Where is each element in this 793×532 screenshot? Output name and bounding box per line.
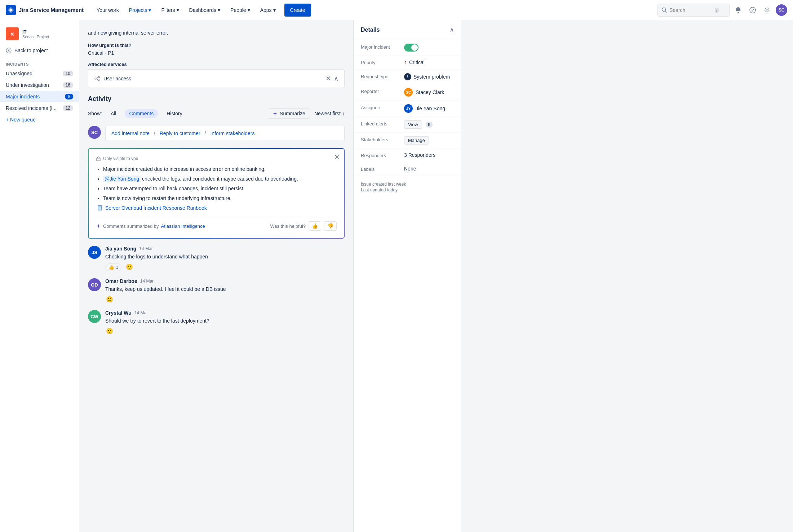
add-reaction-3[interactable]: 🙂 bbox=[106, 328, 113, 334]
incidents-section-title: Incidents bbox=[0, 56, 79, 68]
people-chevron-icon: ▾ bbox=[248, 7, 250, 13]
comment-body-1: Jia yan Song 14 Mar Checking the logs to… bbox=[105, 246, 345, 271]
svg-point-9 bbox=[98, 76, 100, 77]
projects-chevron-icon: ▾ bbox=[149, 7, 151, 13]
summary-item-3: Team have attempted to roll back changes… bbox=[103, 185, 337, 192]
stakeholders-manage-button[interactable]: Manage bbox=[404, 136, 429, 145]
search-box[interactable]: / bbox=[657, 4, 730, 17]
comment-body-3: Crystal Wu 14 Mar Should we try to rever… bbox=[105, 310, 345, 334]
nav-dashboards[interactable]: Dashboards ▾ bbox=[185, 3, 225, 17]
summary-list: Major incident created due to increase i… bbox=[96, 165, 337, 202]
service-link-button[interactable]: ✕ bbox=[325, 75, 331, 83]
request-type-text: System problem bbox=[413, 74, 450, 80]
assignee-avatar: JY bbox=[404, 104, 413, 113]
priority-text: Critical bbox=[409, 59, 425, 65]
labels-text: None bbox=[404, 166, 416, 172]
service-expand-button[interactable]: ∧ bbox=[334, 75, 338, 83]
details-row-priority: Priority ↑ Critical bbox=[354, 56, 461, 70]
user-avatar[interactable]: SC bbox=[776, 4, 787, 16]
comment-item: JS Jia yan Song 14 Mar Checking the logs… bbox=[88, 246, 345, 271]
created-text: Issue created last week bbox=[361, 182, 454, 187]
assignee-person: JY Jie Yan Song bbox=[404, 104, 445, 113]
details-row-labels: Labels None bbox=[354, 162, 461, 176]
linked-alerts-view-button[interactable]: View bbox=[404, 120, 422, 129]
urgency-label: How urgent is this? bbox=[88, 43, 345, 48]
reporter-name: Stacey Clark bbox=[416, 89, 444, 95]
back-to-project[interactable]: Back to project bbox=[0, 45, 79, 56]
settings-button[interactable] bbox=[761, 4, 773, 16]
logo[interactable]: Jira Service Management bbox=[6, 5, 84, 15]
thumbs-down-button[interactable]: 👎 bbox=[324, 221, 337, 231]
labels-value: None bbox=[404, 166, 454, 172]
sidebar-item-resolved-incidents[interactable]: Resolved incidents (l... 12 bbox=[0, 102, 79, 114]
responders-label: Responders bbox=[361, 152, 404, 158]
sort-button[interactable]: Newest first ↓ bbox=[314, 111, 345, 116]
request-type-label: Request type bbox=[361, 73, 404, 79]
svg-rect-14 bbox=[97, 158, 100, 161]
project-name: IT bbox=[22, 29, 49, 35]
filters-chevron-icon: ▾ bbox=[177, 7, 179, 13]
labels-label: Labels bbox=[361, 166, 404, 172]
svg-point-10 bbox=[98, 80, 100, 81]
help-button[interactable]: ? bbox=[747, 4, 758, 16]
doc-link[interactable]: Server Overload Incident Response Runboo… bbox=[96, 205, 337, 211]
sidebar: ✕ IT Service Project Back to project Inc… bbox=[0, 20, 79, 532]
add-reaction-2[interactable]: 🙂 bbox=[106, 296, 113, 303]
summary-footer: Comments summarized by Atlassian Intelli… bbox=[96, 217, 337, 231]
summary-item-2: @Jie Yan Song checked the logs, and conc… bbox=[103, 175, 337, 183]
details-collapse-button[interactable]: ∧ bbox=[449, 26, 454, 34]
add-internal-note-link[interactable]: Add internal note bbox=[111, 130, 150, 136]
priority-icon: ↑ bbox=[404, 59, 407, 66]
comment-reactions-2: 🙂 bbox=[105, 296, 345, 303]
search-input[interactable] bbox=[669, 7, 713, 13]
comment-reactions-3: 🙂 bbox=[105, 328, 345, 334]
thumbs-up-button[interactable]: 👍 bbox=[309, 221, 321, 231]
request-type-icon: ! bbox=[404, 73, 411, 80]
nav-apps[interactable]: Apps ▾ bbox=[256, 3, 280, 17]
nav-projects[interactable]: Projects ▾ bbox=[125, 3, 156, 17]
comment-reactions-1: 👍 1 🙂 bbox=[105, 263, 345, 271]
sparkle-small-icon bbox=[96, 223, 101, 229]
reply-customer-link[interactable]: Reply to customer bbox=[160, 130, 200, 136]
filter-comments-button[interactable]: Comments bbox=[125, 109, 158, 118]
separator-1: / bbox=[154, 130, 155, 136]
nav-filters[interactable]: Filters ▾ bbox=[157, 3, 183, 17]
thumbs-up-reaction-1[interactable]: 👍 1 bbox=[105, 263, 121, 271]
comment-date-2: 14 Mar bbox=[140, 279, 154, 284]
mention-jie[interactable]: @Jie Yan Song bbox=[103, 176, 141, 182]
comment-body-2: Omar Darboe 14 Mar Thanks, keep us updat… bbox=[105, 278, 345, 303]
summarize-button[interactable]: Summarize bbox=[268, 108, 310, 119]
summary-box: Only visible to you ✕ Major incident cre… bbox=[88, 148, 345, 239]
comment-input-row: SC Add internal note / Reply to customer… bbox=[88, 126, 345, 141]
summary-close-button[interactable]: ✕ bbox=[334, 153, 340, 161]
notifications-button[interactable] bbox=[732, 4, 744, 16]
filter-all-button[interactable]: All bbox=[106, 109, 121, 118]
project-info: IT Service Project bbox=[22, 29, 49, 39]
separator-2: / bbox=[205, 130, 206, 136]
feedback-row: Was this helpful? 👍 👎 bbox=[270, 221, 337, 231]
svg-text:✕: ✕ bbox=[10, 31, 14, 37]
atlassian-intelligence-link[interactable]: Atlassian Intelligence bbox=[161, 223, 205, 229]
stakeholders-label: Stakeholders bbox=[361, 136, 404, 142]
sidebar-item-under-investigation[interactable]: Under investigation 16 bbox=[0, 79, 79, 91]
filter-history-button[interactable]: History bbox=[162, 109, 187, 118]
sidebar-item-unassigned[interactable]: Unassigned 10 bbox=[0, 68, 79, 79]
new-queue-button[interactable]: + New queue bbox=[0, 114, 79, 125]
inform-stakeholders-link[interactable]: Inform stakeholders bbox=[210, 130, 254, 136]
back-label: Back to project bbox=[14, 48, 48, 53]
search-shortcut: / bbox=[715, 8, 719, 13]
nav-people[interactable]: People ▾ bbox=[226, 3, 254, 17]
nav-your-work[interactable]: Your work bbox=[92, 3, 123, 17]
summary-attribution: Comments summarized by Atlassian Intelli… bbox=[96, 223, 205, 229]
sidebar-item-major-incidents[interactable]: Major incidents 8 bbox=[0, 91, 79, 102]
create-button[interactable]: Create bbox=[284, 4, 311, 17]
summarize-label: Summarize bbox=[280, 111, 305, 116]
svg-line-12 bbox=[96, 77, 98, 78]
details-row-major-incident: Major incident bbox=[354, 40, 461, 56]
description-text: and now giving internal server error. bbox=[88, 29, 345, 37]
add-reaction-1[interactable]: 🙂 bbox=[126, 263, 133, 270]
svg-point-1 bbox=[662, 8, 666, 11]
major-incident-toggle[interactable] bbox=[404, 44, 418, 52]
service-actions: ✕ ∧ bbox=[325, 75, 338, 83]
priority-value: ↑ Critical bbox=[404, 59, 454, 66]
